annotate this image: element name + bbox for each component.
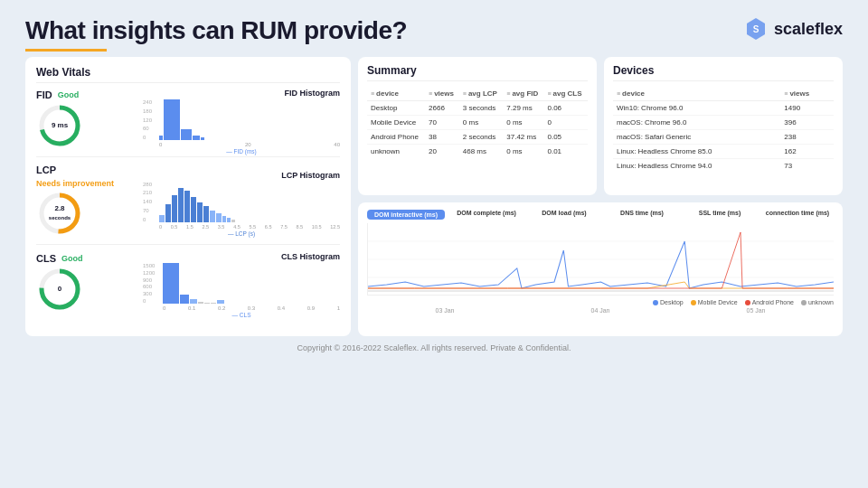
- lcp-histogram-title: LCP Histogram: [143, 171, 340, 180]
- summary-row: Android Phone382 seconds37.42 ms0.05: [367, 130, 588, 145]
- fid-donut: 9 ms: [36, 102, 83, 149]
- legend-android: Android Phone: [745, 299, 794, 305]
- cls-label: CLS: [36, 253, 56, 264]
- summary-col-lcp: ≡avg LCP: [459, 87, 503, 101]
- devices-table: ≡device ≡views Win10: Chrome 96.01490mac…: [613, 87, 834, 173]
- lcp-status: Needs improvement: [36, 179, 114, 188]
- fid-status: Good: [58, 90, 80, 99]
- legend-android-dot: [745, 300, 750, 305]
- fid-histogram-title: FID Histogram: [143, 89, 340, 98]
- devices-row: Linux: Headless Chrome 94.073: [613, 159, 834, 174]
- summary-table: ≡device ≡views ≡avg LCP ≡avg FID ≡avg CL…: [367, 87, 588, 158]
- timeline-chart: [367, 223, 834, 296]
- summary-row: Mobile Device700 ms0 ms0: [367, 116, 588, 130]
- timeline-header: DOM interactive (ms) DOM complete (ms) D…: [367, 210, 834, 220]
- cls-legend: CLS: [240, 312, 251, 318]
- web-vitals-panel: Web Vitals FID Good 9 ms: [25, 57, 351, 336]
- lcp-histogram: LCP Histogram 280210140700: [143, 171, 340, 231]
- lcp-legend: LCP (s): [235, 230, 255, 237]
- fid-legend: FID (ms): [234, 148, 257, 155]
- legend-mobile: Mobile Device: [691, 299, 738, 305]
- title-block: What insights can RUM provide?: [25, 16, 407, 52]
- summary-row: unknown20468 ms0 ms0.01: [367, 145, 588, 159]
- legend-unknown-dot: [801, 300, 807, 305]
- lcp-label: LCP: [36, 164, 56, 175]
- summary-col-views: ≡views: [425, 87, 459, 101]
- header: What insights can RUM provide? S scalefl…: [25, 16, 843, 52]
- cls-chart: 150012009006003000 00.10.20.3: [143, 263, 340, 313]
- timeline-panel: DOM interactive (ms) DOM complete (ms) D…: [358, 202, 843, 336]
- cls-histogram-title: CLS Histogram: [143, 252, 340, 261]
- summary-panel: Summary ≡device ≡views ≡avg LCP ≡avg FID…: [358, 57, 597, 195]
- devices-row: macOS: Safari Generic238: [613, 130, 834, 145]
- timeline-col-conn: connection time (ms): [761, 210, 834, 220]
- cls-histogram: CLS Histogram 150012009006003000: [143, 252, 340, 313]
- lcp-chart: 280210140700: [143, 182, 340, 231]
- timeline-col-dom-load: DOM load (ms): [528, 210, 600, 220]
- devices-panel: Devices ≡device ≡views Win10: Chrome 96.…: [604, 57, 843, 195]
- summary-col-fid: ≡avg FID: [503, 87, 543, 101]
- lcp-value: 2.8 seconds: [49, 204, 71, 221]
- title-underline: [25, 49, 107, 52]
- timeline-col-ssl: SSL time (ms): [684, 210, 756, 220]
- lcp-left: LCP Needs improvement 2.8 seconds: [36, 164, 136, 237]
- devices-row: Win10: Chrome 96.01490: [613, 101, 834, 116]
- lcp-donut: 2.8 seconds: [36, 190, 83, 237]
- timeline-col-dom-complete: DOM complete (ms): [450, 210, 523, 220]
- fid-value: 9 ms: [52, 121, 68, 130]
- footer: Copyright © 2016-2022 Scaleflex. All rig…: [25, 343, 843, 352]
- lcp-row: LCP Needs improvement 2.8 seconds: [36, 164, 340, 245]
- devices-col-device: ≡device: [613, 87, 780, 101]
- svg-text:S: S: [753, 24, 760, 34]
- cls-status: Good: [61, 254, 83, 263]
- web-vitals-title: Web Vitals: [36, 66, 340, 83]
- fid-label: FID: [36, 89, 52, 100]
- fid-row: FID Good 9 ms FID Histogram: [36, 89, 340, 157]
- cls-donut: 0: [36, 266, 83, 313]
- timeline-legend: Desktop Mobile Device Android Phone unkn…: [367, 299, 834, 305]
- legend-desktop: Desktop: [653, 299, 684, 305]
- scaleflex-logo-icon: S: [743, 16, 769, 42]
- timeline-svg: [368, 223, 834, 296]
- content-grid: Web Vitals FID Good 9 ms: [25, 57, 843, 336]
- legend-mobile-dot: [691, 300, 696, 305]
- summary-col-cls: ≡avg CLS: [543, 87, 588, 101]
- devices-title: Devices: [613, 64, 834, 81]
- top-right: Summary ≡device ≡views ≡avg LCP ≡avg FID…: [358, 57, 843, 195]
- timeline-col-dom-interactive: DOM interactive (ms): [367, 210, 445, 220]
- legend-desktop-dot: [653, 300, 658, 305]
- timeline-x-axis: 03 Jan 04 Jan 05 Jan: [367, 307, 834, 314]
- legend-unknown: unknown: [801, 299, 834, 305]
- summary-row: Desktop26663 seconds7.29 ms0.06: [367, 101, 588, 116]
- fid-histogram: FID Histogram 240180120600: [143, 89, 340, 149]
- fid-chart: 240180120600 02040 — FID (ms): [143, 99, 340, 149]
- summary-title: Summary: [367, 64, 588, 81]
- logo: S scaleflex: [743, 16, 843, 42]
- logo-text: scaleflex: [774, 20, 843, 39]
- fid-left: FID Good 9 ms: [36, 89, 136, 149]
- summary-col-device: ≡device: [367, 87, 425, 101]
- cls-row: CLS Good 0 CLS Histogram: [36, 252, 340, 320]
- devices-col-views: ≡views: [780, 87, 834, 101]
- devices-row: macOS: Chrome 96.0396: [613, 116, 834, 130]
- timeline-col-dns: DNS time (ms): [606, 210, 678, 220]
- page-title: What insights can RUM provide?: [25, 16, 407, 45]
- cls-value: 0: [58, 285, 61, 294]
- page-wrapper: What insights can RUM provide? S scalefl…: [0, 0, 868, 488]
- devices-row: Linux: Headless Chrome 85.0162: [613, 145, 834, 159]
- cls-left: CLS Good 0: [36, 253, 136, 313]
